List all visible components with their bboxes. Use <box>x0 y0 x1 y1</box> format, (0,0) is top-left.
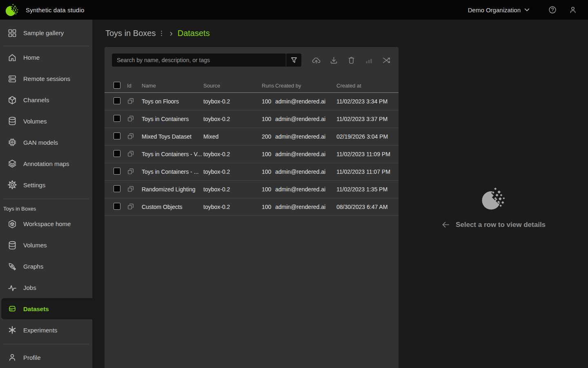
details-placeholder-text: Select a row to view details <box>456 221 546 229</box>
sidebar-divider <box>3 46 89 46</box>
sidebar-item-remote-sessions[interactable]: Remote sessions <box>0 68 92 90</box>
sidebar-item-graphs[interactable]: Graphs <box>0 256 92 277</box>
sidebar-divider <box>3 199 89 199</box>
column-header-id: Id <box>127 83 142 89</box>
table-row[interactable]: Toys on Floors toybox-0.2 100 admin@rend… <box>105 93 399 110</box>
copy-id-icon[interactable] <box>127 203 134 210</box>
column-header-runs: Runs <box>262 83 275 89</box>
sidebar-item-gan-models[interactable]: GAN models <box>0 132 92 153</box>
arrow-left-icon <box>441 220 450 229</box>
table-row[interactable]: Toys in Containers toybox-0.2 100 admin@… <box>105 110 399 128</box>
cell-runs: 100 <box>262 116 275 122</box>
sidebar-item-settings[interactable]: Settings <box>0 174 92 195</box>
bar-chart-icon <box>364 56 374 65</box>
search-input[interactable] <box>112 57 286 63</box>
column-header-created-by: Created by <box>275 83 336 89</box>
cell-runs: 100 <box>262 151 275 157</box>
cell-runs: 100 <box>262 204 275 210</box>
copy-id-icon[interactable] <box>127 150 134 157</box>
cell-runs: 100 <box>262 168 275 175</box>
shuffle-icon[interactable] <box>382 56 391 65</box>
sidebar-item-label: GAN models <box>23 139 58 146</box>
sidebar-item-label: Volumes <box>23 118 47 125</box>
sidebar-item-label: Datasets <box>23 305 49 312</box>
trash-icon[interactable] <box>347 56 356 65</box>
sidebar-item-channels[interactable]: Channels <box>0 90 92 111</box>
row-checkbox[interactable] <box>114 150 120 157</box>
search-box <box>112 54 301 67</box>
cell-source: Mixed <box>203 133 262 140</box>
sidebar-item-annotation-maps[interactable]: Annotation maps <box>0 153 92 174</box>
topbar: Synthetic data studio Demo Organization <box>0 0 588 20</box>
table-row[interactable]: Toys in Containers - ... toybox-0.2 100 … <box>105 163 399 181</box>
sidebar-item-workspace-home[interactable]: Workspace home <box>0 213 92 235</box>
sidebar-divider <box>3 344 89 344</box>
row-checkbox[interactable] <box>114 132 120 139</box>
download-icon[interactable] <box>329 56 339 65</box>
cell-source: toybox-0.2 <box>203 116 262 122</box>
database-icon <box>7 116 17 126</box>
cell-created-by: admin@rendered.ai <box>275 186 336 193</box>
cell-created-at: 11/02/2023 3:37 PM <box>336 113 390 125</box>
table-row[interactable]: Randomized Lighting toybox-0.2 100 admin… <box>105 181 399 198</box>
sidebar-item-label: Experiments <box>23 327 57 334</box>
cell-created-at: 11/02/2023 1:35 PM <box>336 183 390 195</box>
datasets-table: Id Name Source Runs Created by Created a… <box>105 79 399 368</box>
sidebar-item-label: Graphs <box>23 263 43 270</box>
select-all-checkbox[interactable] <box>114 82 120 89</box>
pulse-icon <box>7 283 17 293</box>
table-row[interactable]: Mixed Toys Dataset Mixed 200 admin@rende… <box>105 128 399 146</box>
app-title: Synthetic data studio <box>26 7 84 13</box>
filter-button[interactable] <box>286 54 301 67</box>
cell-created-at: 11/02/2023 3:34 PM <box>336 95 390 108</box>
sidebar-item-datasets[interactable]: Datasets <box>1 298 92 319</box>
rendered-ai-logo-icon <box>5 3 19 17</box>
chevron-down-icon <box>524 8 530 12</box>
details-panel: Select a row to view details <box>399 47 588 368</box>
sidebar-item-jobs[interactable]: Jobs <box>0 277 92 298</box>
copy-id-icon[interactable] <box>127 97 134 105</box>
sidebar-item-label: Settings <box>23 182 45 188</box>
row-checkbox[interactable] <box>114 115 120 122</box>
copy-id-icon[interactable] <box>127 132 134 140</box>
row-checkbox[interactable] <box>114 203 120 210</box>
person-icon <box>7 352 17 362</box>
sidebar-item-profile[interactable]: Profile <box>0 347 92 368</box>
filter-icon <box>290 56 298 64</box>
table-row[interactable]: Toys in Containers - V... toybox-0.2 100… <box>105 146 399 163</box>
sidebar-item-label: Jobs <box>23 284 36 291</box>
sidebar-item-workspace-volumes[interactable]: Volumes <box>0 235 92 256</box>
cell-created-by: admin@rendered.ai <box>275 116 336 122</box>
cell-name: Toys in Containers - ... <box>142 168 203 175</box>
user-account-icon[interactable] <box>568 5 577 14</box>
table-row[interactable]: Custom Objects toybox-0.2 100 admin@rend… <box>105 198 399 216</box>
sidebar-item-volumes[interactable]: Volumes <box>0 110 92 132</box>
more-options-icon[interactable] <box>158 29 165 37</box>
datasets-toolbar <box>112 54 391 67</box>
chip-icon <box>7 137 17 147</box>
breadcrumb-workspace[interactable]: Toys in Boxes <box>105 29 156 38</box>
row-checkbox[interactable] <box>114 185 120 192</box>
column-header-source: Source <box>203 83 262 89</box>
cell-runs: 100 <box>262 186 275 193</box>
copy-id-icon[interactable] <box>127 115 134 122</box>
row-checkbox[interactable] <box>114 168 120 175</box>
help-icon[interactable] <box>548 5 557 14</box>
cell-source: toybox-0.2 <box>203 98 262 105</box>
cell-created-by: admin@rendered.ai <box>275 168 336 175</box>
sidebar-item-label: Volumes <box>23 242 47 249</box>
sidebar-item-label: Workspace home <box>23 220 71 227</box>
row-checkbox[interactable] <box>114 97 120 104</box>
topbar-actions: Demo Organization <box>468 5 577 14</box>
copy-id-icon[interactable] <box>127 185 134 193</box>
table-header-row: Id Name Source Runs Created by Created a… <box>105 79 399 93</box>
organization-selector[interactable]: Demo Organization <box>468 7 530 13</box>
rendered-ai-watermark-logo <box>481 186 506 211</box>
upload-dataset-icon[interactable] <box>312 56 321 65</box>
sidebar-item-experiments[interactable]: Experiments <box>0 319 92 341</box>
datasets-card: Id Name Source Runs Created by Created a… <box>105 47 399 368</box>
copy-id-icon[interactable] <box>127 168 134 175</box>
asterisk-icon <box>7 325 17 335</box>
sidebar-item-sample-gallery[interactable]: Sample gallery <box>0 20 92 45</box>
sidebar-item-home[interactable]: Home <box>0 47 92 68</box>
